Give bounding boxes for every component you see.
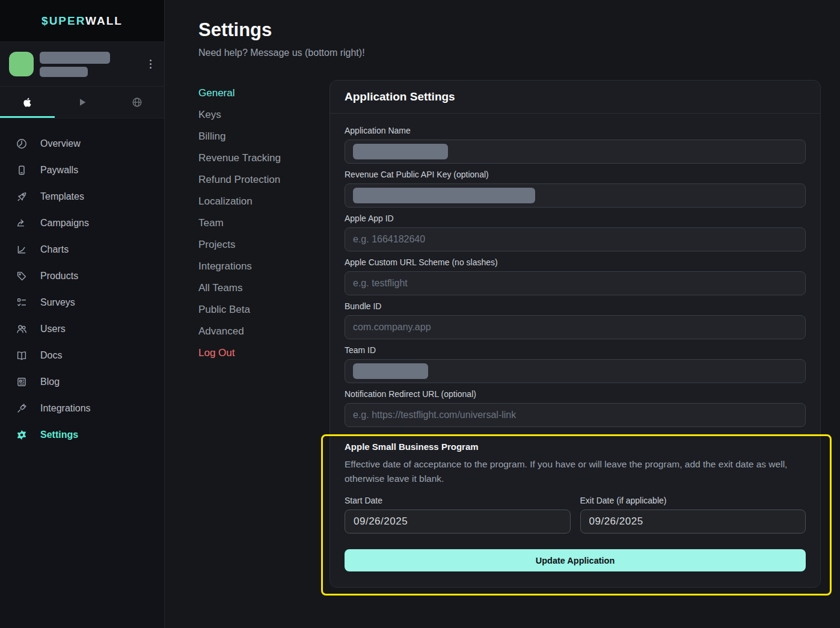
notification-redirect-url-input[interactable] — [345, 403, 806, 427]
active-tab-indicator — [0, 116, 55, 118]
settings-nav-keys[interactable]: Keys — [198, 104, 330, 126]
play-icon — [76, 96, 88, 108]
settings-nav-general[interactable]: General — [198, 82, 330, 104]
field-team-id: Team ID — [345, 345, 806, 383]
settings-nav-public-beta[interactable]: Public Beta — [198, 299, 330, 321]
content-row: General Keys Billing Revenue Tracking Re… — [165, 80, 840, 588]
exit-date-input[interactable] — [580, 509, 806, 534]
start-date-input[interactable] — [345, 509, 571, 534]
team-id-input[interactable] — [345, 359, 806, 383]
revenuecat-api-key-label: Revenue Cat Public API Key (optional) — [345, 170, 806, 179]
settings-nav-projects[interactable]: Projects — [198, 234, 330, 256]
account-info — [40, 52, 146, 77]
bundle-id-input[interactable] — [345, 315, 806, 339]
tag-icon — [16, 270, 28, 282]
globe-icon — [131, 96, 143, 108]
sidebar-item-overview[interactable]: Overview — [0, 131, 164, 157]
sidebar-item-label: Docs — [40, 350, 62, 361]
field-notification-redirect-url: Notification Redirect URL (optional) — [345, 389, 806, 427]
tab-play[interactable] — [55, 87, 109, 118]
revenuecat-api-key-input[interactable] — [345, 183, 806, 208]
newspaper-icon — [16, 376, 28, 388]
field-application-name: Application Name — [345, 126, 806, 164]
sidebar-item-label: Paywalls — [40, 165, 78, 176]
sidebar-item-settings[interactable]: Settings — [0, 422, 164, 448]
kebab-menu-icon[interactable] — [146, 56, 155, 72]
card-body: Application Name Revenue Cat Public API … — [330, 114, 820, 587]
settings-nav-localization[interactable]: Localization — [198, 191, 330, 212]
sbp-title: Apple Small Business Program — [345, 442, 806, 452]
account-row[interactable] — [0, 42, 164, 87]
settings-nav: General Keys Billing Revenue Tracking Re… — [198, 80, 330, 364]
bundle-id-label: Bundle ID — [345, 301, 806, 311]
field-revenuecat-api-key: Revenue Cat Public API Key (optional) — [345, 170, 806, 208]
sidebar-item-charts[interactable]: Charts — [0, 236, 164, 263]
apple-app-id-label: Apple App ID — [345, 214, 806, 223]
users-icon — [16, 323, 28, 335]
sbp-description: Effective date of acceptance to the prog… — [345, 457, 806, 486]
logo-prefix: $UPER — [41, 14, 85, 27]
settings-nav-revenue-tracking[interactable]: Revenue Tracking — [198, 147, 330, 169]
settings-nav-advanced[interactable]: Advanced — [198, 321, 330, 342]
apple-app-id-input[interactable] — [345, 227, 806, 251]
sidebar-item-surveys[interactable]: Surveys — [0, 289, 164, 316]
plug-icon — [16, 402, 28, 414]
redacted-value — [353, 144, 448, 159]
settings-nav-log-out[interactable]: Log Out — [198, 342, 330, 364]
team-id-label: Team ID — [345, 345, 806, 355]
page-subtitle: Need help? Message us (bottom right)! — [198, 47, 840, 58]
sidebar-item-label: Users — [40, 324, 66, 334]
apple-icon — [22, 96, 34, 108]
line-chart-icon — [16, 244, 28, 256]
clock-icon — [16, 138, 28, 150]
exit-date-field: Exit Date (if applicable) — [580, 496, 806, 534]
settings-nav-refund-protection[interactable]: Refund Protection — [198, 169, 330, 191]
sidebar-item-blog[interactable]: Blog — [0, 369, 164, 395]
exit-date-label: Exit Date (if applicable) — [580, 496, 806, 505]
superwall-logo[interactable]: $UPERWALL — [41, 14, 123, 28]
field-apple-url-scheme: Apple Custom URL Scheme (no slashes) — [345, 257, 806, 295]
field-apple-app-id: Apple App ID — [345, 214, 806, 251]
redacted-value — [353, 363, 428, 379]
tab-web[interactable] — [109, 87, 164, 118]
settings-nav-all-teams[interactable]: All Teams — [198, 277, 330, 299]
sidebar-item-paywalls[interactable]: Paywalls — [0, 157, 164, 183]
page-header: Settings Need help? Message us (bottom r… — [165, 0, 840, 58]
sidebar-item-docs[interactable]: Docs — [0, 342, 164, 369]
sidebar-item-users[interactable]: Users — [0, 316, 164, 342]
rocket-icon — [16, 191, 28, 203]
gear-icon — [16, 429, 28, 441]
settings-nav-team[interactable]: Team — [198, 212, 330, 234]
card-title: Application Settings — [330, 81, 820, 114]
notification-redirect-url-label: Notification Redirect URL (optional) — [345, 389, 806, 399]
application-name-label: Application Name — [345, 126, 806, 135]
share-arrow-icon — [16, 217, 28, 229]
account-subtitle-redacted — [40, 67, 88, 77]
update-application-button[interactable]: Update Application — [345, 549, 806, 571]
sidebar-item-label: Products — [40, 271, 78, 282]
sidebar-item-templates[interactable]: Templates — [0, 183, 164, 210]
logo-block: $UPERWALL — [0, 0, 164, 42]
logo-suffix: WALL — [85, 14, 123, 27]
sidebar-item-products[interactable]: Products — [0, 263, 164, 289]
redacted-value — [353, 188, 535, 203]
application-name-input[interactable] — [345, 140, 806, 164]
settings-nav-integrations[interactable]: Integrations — [198, 256, 330, 277]
sidebar-nav: Overview Paywalls Templates Campaigns Ch… — [0, 119, 164, 448]
phone-icon — [16, 164, 28, 176]
settings-nav-billing[interactable]: Billing — [198, 126, 330, 147]
start-date-label: Start Date — [345, 496, 571, 505]
book-icon — [16, 349, 28, 362]
sidebar-item-integrations[interactable]: Integrations — [0, 395, 164, 422]
sidebar-item-label: Surveys — [40, 297, 75, 308]
sbp-date-row: Start Date Exit Date (if applicable) — [345, 496, 806, 534]
apple-url-scheme-input[interactable] — [345, 271, 806, 295]
field-bundle-id: Bundle ID — [345, 301, 806, 339]
page-title: Settings — [198, 19, 840, 41]
sidebar-item-label: Campaigns — [40, 218, 89, 229]
sidebar-item-campaigns[interactable]: Campaigns — [0, 210, 164, 236]
tab-apple[interactable] — [0, 87, 55, 118]
avatar[interactable] — [9, 52, 34, 76]
checklist-icon — [16, 297, 28, 309]
apple-small-business-program-section: Apple Small Business Program Effective d… — [345, 442, 806, 571]
